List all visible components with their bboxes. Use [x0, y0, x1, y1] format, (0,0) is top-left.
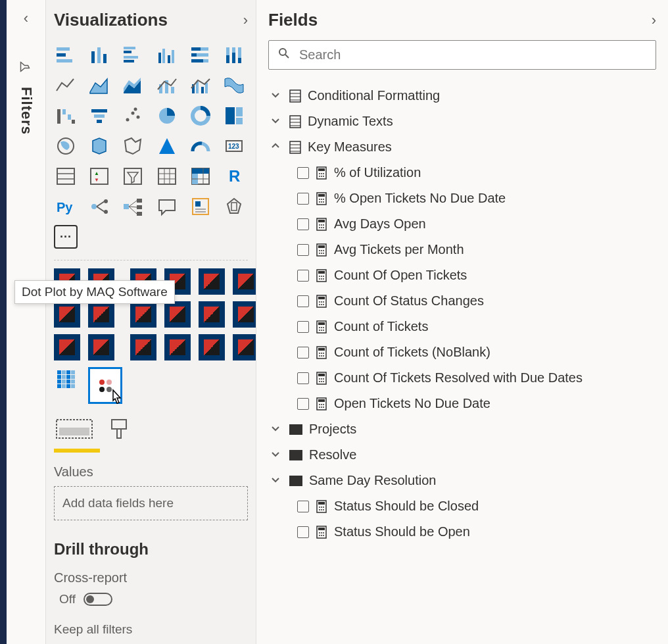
measure-checkbox[interactable]: [297, 193, 309, 205]
clustered-bar-icon[interactable]: [121, 43, 145, 67]
cross-report-toggle[interactable]: [84, 593, 112, 606]
multi-card-icon[interactable]: [54, 164, 78, 188]
pie-icon[interactable]: [155, 104, 179, 128]
format-tab[interactable]: [108, 416, 134, 445]
map-icon[interactable]: [54, 134, 78, 158]
svg-rect-3: [91, 51, 95, 63]
measure-row[interactable]: Count of Tickets: [268, 314, 656, 339]
custom-visual[interactable]: [199, 268, 225, 295]
qa-icon[interactable]: [155, 195, 179, 218]
svg-rect-52: [57, 168, 74, 184]
line-chart-icon[interactable]: [54, 74, 78, 97]
more-visuals-button[interactable]: ···: [54, 225, 78, 249]
gauge-icon[interactable]: [189, 134, 212, 158]
funnel-icon[interactable]: [87, 104, 111, 128]
matrix-icon[interactable]: [189, 164, 212, 188]
fields-tab[interactable]: [54, 416, 100, 453]
measure-row[interactable]: Count Of Tickets Resolved with Due Dates: [268, 365, 656, 391]
measure-row[interactable]: Avg Tickets per Month: [268, 237, 656, 262]
table-row[interactable]: Resolve: [268, 442, 656, 468]
smart-narrative-icon[interactable]: [189, 195, 212, 218]
custom-visual[interactable]: [164, 301, 191, 328]
custom-visual[interactable]: [54, 301, 80, 328]
stacked-area-icon[interactable]: [121, 74, 145, 97]
custom-visual[interactable]: [199, 301, 225, 328]
kpi-icon[interactable]: ▲▼: [87, 164, 111, 188]
line-clustered-column-icon[interactable]: [189, 74, 212, 97]
measure-row[interactable]: % Open Tickets No Due Date: [268, 186, 656, 211]
measure-row[interactable]: Status Should be Open: [268, 519, 656, 545]
paginated-report-icon[interactable]: [222, 195, 246, 218]
shape-map-icon[interactable]: [121, 134, 145, 158]
stacked-column-icon[interactable]: [87, 43, 111, 67]
hundred-stacked-bar-icon[interactable]: [189, 43, 212, 67]
table-row[interactable]: Conditional Formatting: [268, 83, 656, 109]
values-drop-zone[interactable]: Add data fields here: [54, 486, 248, 520]
table-row[interactable]: Same Day Resolution: [268, 468, 656, 493]
measure-row[interactable]: Count Of Status Changes: [268, 288, 656, 314]
filters-expand-chevron[interactable]: ‹: [24, 10, 28, 27]
clustered-column-icon[interactable]: [155, 43, 179, 67]
custom-visual[interactable]: [233, 301, 256, 328]
measure-checkbox[interactable]: [297, 372, 309, 384]
measure-checkbox[interactable]: [297, 398, 309, 410]
custom-visual[interactable]: [88, 334, 114, 360]
measure-row[interactable]: Status Should be Closed: [268, 493, 656, 519]
waterfall-icon[interactable]: [54, 104, 78, 128]
measure-checkbox[interactable]: [297, 321, 309, 333]
measure-checkbox[interactable]: [297, 347, 309, 359]
svg-rect-8: [124, 56, 138, 59]
key-influencers-icon[interactable]: [87, 195, 111, 218]
fields-search-box[interactable]: [268, 40, 656, 70]
svg-point-110: [319, 176, 320, 177]
azure-map-icon[interactable]: [155, 134, 179, 158]
custom-visual[interactable]: [130, 301, 156, 328]
line-stacked-column-icon[interactable]: [155, 74, 179, 97]
measure-checkbox[interactable]: [297, 295, 309, 307]
custom-visual[interactable]: [164, 334, 191, 360]
custom-visual[interactable]: [233, 268, 256, 295]
table-row[interactable]: Projects: [268, 416, 656, 442]
slicer-icon[interactable]: [121, 164, 145, 188]
custom-visual[interactable]: [54, 334, 80, 360]
measure-checkbox[interactable]: [297, 218, 309, 230]
viz-pane-collapse-chevron[interactable]: ›: [243, 12, 248, 29]
custom-visual[interactable]: [88, 301, 114, 328]
calculator-icon: [316, 269, 327, 282]
ribbon-chart-icon[interactable]: [222, 74, 246, 97]
table-row[interactable]: Dynamic Texts: [268, 109, 656, 134]
heatmap-custom-visual[interactable]: [54, 367, 78, 391]
measure-row[interactable]: Open Tickets No Due Date: [268, 391, 656, 416]
svg-rect-10: [158, 53, 161, 63]
measure-row[interactable]: % of Utilization: [268, 160, 656, 186]
fields-pane-collapse-chevron[interactable]: ›: [652, 12, 656, 29]
table-icon[interactable]: [155, 164, 179, 188]
area-chart-icon[interactable]: [87, 74, 111, 97]
measure-checkbox[interactable]: [297, 167, 309, 179]
measure-checkbox[interactable]: [297, 270, 309, 282]
scatter-icon[interactable]: [121, 104, 145, 128]
measure-checkbox[interactable]: [297, 244, 309, 256]
treemap-icon[interactable]: [222, 104, 246, 128]
measure-row[interactable]: Avg Days Open: [268, 211, 656, 237]
app-left-accent: [0, 0, 7, 644]
custom-visual[interactable]: [199, 334, 225, 360]
donut-icon[interactable]: [189, 104, 212, 128]
card-icon[interactable]: 123: [222, 134, 246, 158]
r-visual-icon[interactable]: R: [222, 164, 246, 188]
custom-visual[interactable]: [233, 334, 256, 360]
table-row[interactable]: Key Measures: [268, 134, 656, 160]
decomposition-tree-icon[interactable]: [121, 195, 145, 218]
svg-point-117: [323, 199, 324, 200]
dot-plot-maq-visual[interactable]: [88, 367, 122, 404]
filled-map-icon[interactable]: [87, 134, 111, 158]
stacked-bar-icon[interactable]: [54, 43, 78, 67]
measure-row[interactable]: Count of Tickets (NoBlank): [268, 339, 656, 365]
hundred-stacked-column-icon[interactable]: [222, 43, 246, 67]
measure-row[interactable]: Count Of Open Tickets: [268, 262, 656, 288]
search-input[interactable]: [299, 47, 646, 62]
custom-visual[interactable]: [130, 334, 156, 360]
measure-checkbox[interactable]: [297, 526, 309, 538]
measure-checkbox[interactable]: [297, 501, 309, 512]
py-visual-icon[interactable]: Py: [54, 195, 78, 218]
